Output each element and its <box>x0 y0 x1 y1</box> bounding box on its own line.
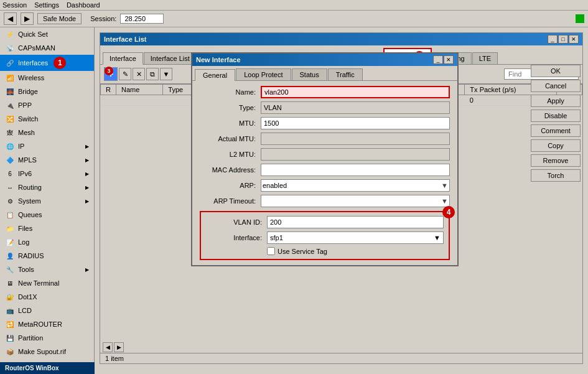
scroll-right-button[interactable]: ▶ <box>114 342 124 352</box>
safe-mode-button[interactable]: Safe Mode <box>37 13 82 24</box>
window-minimize-button[interactable]: _ <box>548 35 558 44</box>
nav-fwd-button[interactable]: ▶ <box>21 12 34 25</box>
mac-address-input[interactable] <box>261 164 450 176</box>
sidebar-item-mesh[interactable]: 🕸 Mesh <box>0 126 94 139</box>
scroll-nav: ◀ ▶ <box>103 342 124 352</box>
scroll-left-button[interactable]: ◀ <box>103 342 113 352</box>
dialog-tab-loop-protect[interactable]: Loop Protect <box>236 68 291 80</box>
menu-settings[interactable]: Settings <box>34 1 59 9</box>
sidebar-item-lcd[interactable]: 📺 LCD <box>0 304 94 317</box>
dialog-minimize-button[interactable]: _ <box>433 55 443 64</box>
window-close-button[interactable]: ✕ <box>569 35 579 44</box>
dialog-tab-traffic[interactable]: Traffic <box>328 68 363 80</box>
vlan-id-label: VLAN ID: <box>206 218 262 226</box>
ip-icon: 🌐 <box>5 141 15 151</box>
sidebar-item-queues[interactable]: 📋 Queues <box>0 208 94 222</box>
arp-select[interactable]: enabled ▼ <box>261 179 450 192</box>
tab-interface-list[interactable]: Interface List <box>144 52 197 64</box>
quick-set-icon: ⚡ <box>5 29 15 39</box>
sidebar-item-system[interactable]: ⚙ System <box>0 194 94 208</box>
add-button[interactable]: + 3 <box>104 67 118 81</box>
sidebar-item-radius[interactable]: 👤 RADIUS <box>0 249 94 263</box>
arp-timeout-row: ARP Timeout: ▼ <box>200 195 450 207</box>
col-r: R <box>101 85 116 95</box>
apply-button[interactable]: Apply <box>531 95 581 107</box>
sidebar-item-quick-set[interactable]: ⚡ Quick Set <box>0 27 94 41</box>
cancel-button[interactable]: Cancel <box>531 80 581 92</box>
col-name: Name <box>116 85 162 95</box>
sidebar-label-interfaces: Interfaces <box>18 59 48 67</box>
copy-action-button[interactable]: Copy <box>531 139 581 152</box>
ppp-icon: 🔌 <box>5 100 15 110</box>
sidebar-item-ip[interactable]: 🌐 IP <box>0 139 94 153</box>
service-tag-checkbox[interactable] <box>267 247 275 255</box>
arp-timeout-select[interactable]: ▼ <box>261 195 450 207</box>
mtu-input[interactable] <box>261 117 450 129</box>
sidebar-item-log[interactable]: 📝 Log <box>0 235 94 249</box>
dialog-tab-status[interactable]: Status <box>292 68 327 80</box>
comment-button[interactable]: Comment <box>531 124 581 137</box>
service-tag-label: Use Service Tag <box>278 248 327 255</box>
main-layout: ⚡ Quick Set 📡 CAPsMAAN 🔗 Interfaces 1 📶 … <box>0 27 588 369</box>
sidebar-label-ppp: PPP <box>18 101 32 109</box>
arp-timeout-label: ARP Timeout: <box>200 197 256 205</box>
sidebar-item-ipv6[interactable]: 6 IPv6 <box>0 167 94 180</box>
interface-select[interactable]: sfp1 ▼ <box>267 231 444 244</box>
filter-button[interactable]: ▼ <box>160 68 172 80</box>
sidebar-item-make-supout[interactable]: 📦 Make Supout.rif <box>0 345 94 358</box>
vlan-section: 4 VLAN ID: Interface: sfp1 ▼ <box>200 211 450 260</box>
sidebar-item-ppp[interactable]: 🔌 PPP <box>0 98 94 112</box>
sidebar-label-tools: Tools <box>18 266 34 273</box>
sidebar-item-bridge[interactable]: 🌉 Bridge <box>0 85 94 98</box>
new-interface-dialog: New Interface _ ✕ General Loop Protect S… <box>191 52 459 266</box>
sidebar-label-capsman: CAPsMAAN <box>18 44 55 52</box>
metarouter-icon: 🔁 <box>5 319 15 329</box>
sidebar-label-system: System <box>18 197 41 205</box>
window-restore-button[interactable]: □ <box>558 35 568 44</box>
sidebar-item-metarouter[interactable]: 🔁 MetaROUTER <box>0 317 94 331</box>
sidebar-item-dot1x[interactable]: 🔐 Dot1X <box>0 290 94 304</box>
dialog-title: New Interface <box>196 56 241 63</box>
sidebar-item-wireless[interactable]: 📶 Wireless <box>0 71 94 85</box>
delete-button[interactable]: ✕ <box>133 68 145 80</box>
sidebar-item-interfaces[interactable]: 🔗 Interfaces 1 <box>0 55 94 71</box>
remove-button[interactable]: Remove <box>531 154 581 167</box>
name-input[interactable] <box>261 86 450 98</box>
cell-name <box>116 95 162 106</box>
sidebar-item-capsman[interactable]: 📡 CAPsMAAN <box>0 41 94 55</box>
dialog-tab-general[interactable]: General <box>195 69 235 81</box>
mac-address-row: MAC Address: <box>200 164 450 176</box>
menu-session[interactable]: Session <box>2 1 27 9</box>
ok-button[interactable]: OK <box>531 65 581 77</box>
sidebar-label-quick-set: Quick Set <box>18 30 48 38</box>
content-area: Interface List _ □ ✕ Interface Interface… <box>95 27 588 369</box>
actual-mtu-label: Actual MTU: <box>200 135 256 143</box>
sidebar-item-routing[interactable]: ↔ Routing <box>0 180 94 194</box>
sidebar-item-partition[interactable]: 💾 Partition <box>0 331 94 345</box>
status-bar: 1 item <box>100 353 582 363</box>
queues-icon: 📋 <box>5 210 15 220</box>
tab-lte[interactable]: LTE <box>472 52 498 64</box>
nav-back-button[interactable]: ◀ <box>4 12 17 25</box>
session-input[interactable] <box>120 14 164 24</box>
sidebar-item-files[interactable]: 📁 Files <box>0 222 94 235</box>
session-label: Session: <box>90 15 116 22</box>
sidebar-label-dot1x: Dot1X <box>18 293 37 301</box>
vlan-id-input[interactable] <box>267 216 444 228</box>
name-label: Name: <box>200 88 256 96</box>
sidebar-item-new-terminal[interactable]: 🖥 New Terminal <box>0 276 94 290</box>
tab-interface[interactable]: Interface <box>103 52 143 65</box>
sidebar-item-switch[interactable]: 🔀 Switch <box>0 112 94 126</box>
dialog-close-button[interactable]: ✕ <box>444 55 454 64</box>
disable-button[interactable]: Disable <box>531 110 581 122</box>
torch-button[interactable]: Torch <box>531 169 581 182</box>
sidebar-item-tools[interactable]: 🔧 Tools <box>0 263 94 276</box>
sidebar-item-mpls[interactable]: 🔷 MPLS <box>0 153 94 167</box>
connection-indicator <box>576 14 584 23</box>
arp-label: ARP: <box>200 182 256 189</box>
menu-dashboard[interactable]: Dashboard <box>67 1 100 9</box>
edit-button[interactable]: ✎ <box>119 68 131 80</box>
copy-button[interactable]: ⧉ <box>146 68 159 80</box>
l2-mtu-row: L2 MTU: <box>200 148 450 161</box>
log-icon: 📝 <box>5 237 15 247</box>
